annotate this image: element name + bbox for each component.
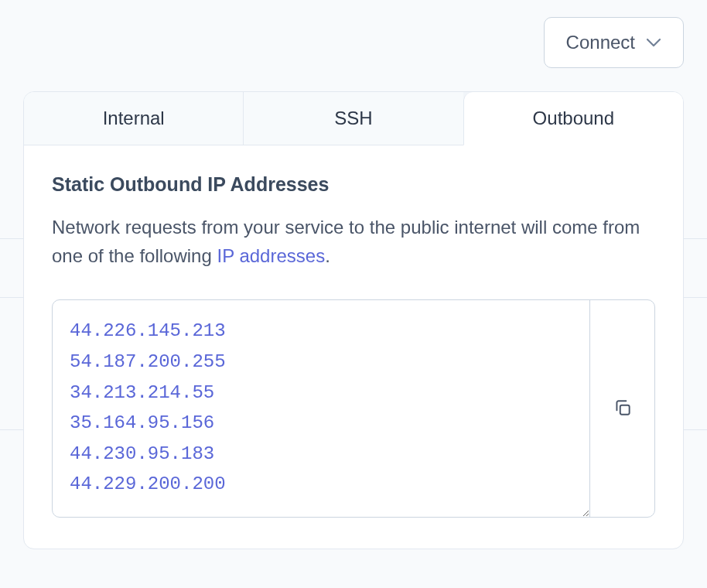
tab-label: Outbound — [533, 108, 614, 128]
connect-button-label: Connect — [566, 32, 635, 53]
tab-content-outbound: Static Outbound IP Addresses Network req… — [24, 145, 683, 549]
tab-ssh[interactable]: SSH — [243, 92, 463, 145]
ip-address-list[interactable]: 44.226.145.213 54.187.200.255 34.213.214… — [53, 300, 589, 517]
tabs-bar: Internal SSH Outbound — [24, 92, 683, 145]
chevron-down-icon — [646, 38, 661, 47]
tab-label: Internal — [103, 108, 165, 128]
ip-addresses-link[interactable]: IP addresses — [217, 245, 325, 266]
svg-rect-0 — [620, 405, 629, 414]
connect-button[interactable]: Connect — [544, 17, 684, 68]
copy-column — [589, 300, 654, 517]
section-title: Static Outbound IP Addresses — [52, 173, 655, 196]
copy-icon — [613, 398, 633, 420]
desc-suffix: . — [325, 245, 330, 266]
desc-prefix: Network requests from your service to th… — [52, 217, 640, 266]
tab-label: SSH — [334, 108, 372, 128]
tab-internal[interactable]: Internal — [24, 92, 243, 145]
tab-outbound[interactable]: Outbound — [463, 92, 683, 145]
copy-button[interactable] — [605, 390, 640, 428]
connection-card: Internal SSH Outbound Static Outbound IP… — [23, 91, 684, 549]
ip-address-box: 44.226.145.213 54.187.200.255 34.213.214… — [52, 299, 655, 518]
section-description: Network requests from your service to th… — [52, 213, 655, 270]
